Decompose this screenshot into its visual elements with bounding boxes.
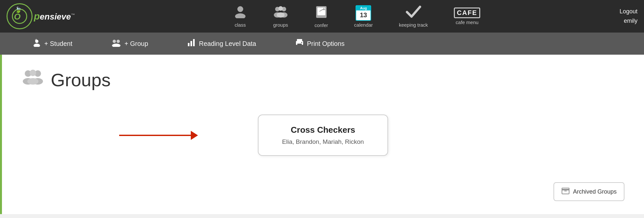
svg-rect-26 <box>301 42 302 43</box>
svg-rect-25 <box>297 44 302 46</box>
svg-point-18 <box>117 40 120 43</box>
archived-groups-label: Archived Groups <box>573 188 617 195</box>
nav-label-class: class <box>235 22 246 28</box>
nav-item-confer[interactable]: confer <box>301 2 341 31</box>
svg-point-3 <box>235 13 245 18</box>
secondary-nav: + + Student + Group Reading Level Data <box>0 33 644 55</box>
class-icon <box>234 5 247 21</box>
arrow-line <box>119 135 191 136</box>
nav-item-calendar[interactable]: Aug 13 calendar <box>341 2 386 31</box>
reading-level-data-label: Reading Level Data <box>199 40 256 48</box>
logout-button[interactable]: Logout <box>620 7 637 16</box>
add-student-button[interactable]: + + Student <box>13 33 92 55</box>
add-group-icon <box>111 38 121 49</box>
username-label: emily <box>624 16 637 26</box>
nav-label-groups: groups <box>273 22 288 28</box>
svg-text:+: + <box>35 38 37 43</box>
confer-icon <box>315 5 328 21</box>
main-content: Groups Cross Checkers Elia, Brandon, Mar… <box>2 55 644 214</box>
nav-label-confer: confer <box>315 22 328 28</box>
logo[interactable]: 🍃 O pensieve™ <box>7 3 75 29</box>
svg-rect-22 <box>193 39 195 46</box>
nav-items: class groups <box>94 2 620 31</box>
calendar-icon: Aug 13 <box>356 5 371 21</box>
bar-chart-icon <box>187 38 196 49</box>
add-student-icon: + <box>33 38 41 49</box>
svg-point-15 <box>34 44 40 47</box>
group-card[interactable]: Cross Checkers Elia, Brandon, Mariah, Ri… <box>258 115 388 156</box>
groups-icon <box>273 5 288 21</box>
print-options-button[interactable]: Print Options <box>276 33 364 55</box>
red-arrow <box>119 131 198 140</box>
nav-label-cafe: cafe menu <box>456 20 479 25</box>
svg-point-32 <box>27 78 38 85</box>
top-nav: 🍃 O pensieve™ class <box>0 0 644 33</box>
add-group-button[interactable]: + Group <box>92 33 168 55</box>
archived-groups-button[interactable]: Archived Groups <box>553 182 624 201</box>
svg-rect-20 <box>188 43 189 46</box>
print-icon <box>295 38 304 49</box>
main-wrapper: Groups Cross Checkers Elia, Brandon, Mar… <box>0 55 644 214</box>
page-title-area: Groups <box>21 68 624 92</box>
svg-point-8 <box>278 6 283 11</box>
reading-level-data-button[interactable]: Reading Level Data <box>168 33 276 55</box>
app-name: pensieve™ <box>34 11 75 22</box>
group-members: Elia, Brandon, Mariah, Rickon <box>278 138 368 145</box>
calendar-month: Aug <box>356 6 371 10</box>
keeping-track-icon <box>406 5 421 21</box>
svg-point-31 <box>30 70 36 76</box>
cafe-icon: CAFE <box>454 7 480 18</box>
group-name: Cross Checkers <box>278 125 368 135</box>
nav-item-class[interactable]: class <box>221 2 260 31</box>
nav-item-keeping-track[interactable]: keeping track <box>386 2 441 31</box>
groups-page-icon <box>21 68 44 92</box>
archived-icon <box>561 187 570 197</box>
svg-point-9 <box>277 12 285 18</box>
print-options-label: Print Options <box>307 40 345 48</box>
svg-point-17 <box>113 40 116 43</box>
add-group-label: + Group <box>124 40 148 48</box>
calendar-date: 13 <box>360 10 367 20</box>
add-student-label: + Student <box>44 40 72 48</box>
arrow-head <box>191 131 198 140</box>
nav-right: Logout emily <box>620 7 637 26</box>
logo-circle: 🍃 O <box>7 3 33 29</box>
nav-item-cafe-menu[interactable]: CAFE cafe menu <box>441 4 493 28</box>
logo-leaf-icon: 🍃 <box>15 6 22 13</box>
svg-point-19 <box>112 44 120 47</box>
nav-label-keeping-track: keeping track <box>399 22 428 28</box>
nav-item-groups[interactable]: groups <box>260 2 301 31</box>
groups-container: Cross Checkers Elia, Brandon, Mariah, Ri… <box>21 108 624 162</box>
svg-point-2 <box>237 6 243 12</box>
page-title: Groups <box>51 69 111 90</box>
nav-label-calendar: calendar <box>354 22 373 28</box>
svg-rect-21 <box>190 41 192 46</box>
